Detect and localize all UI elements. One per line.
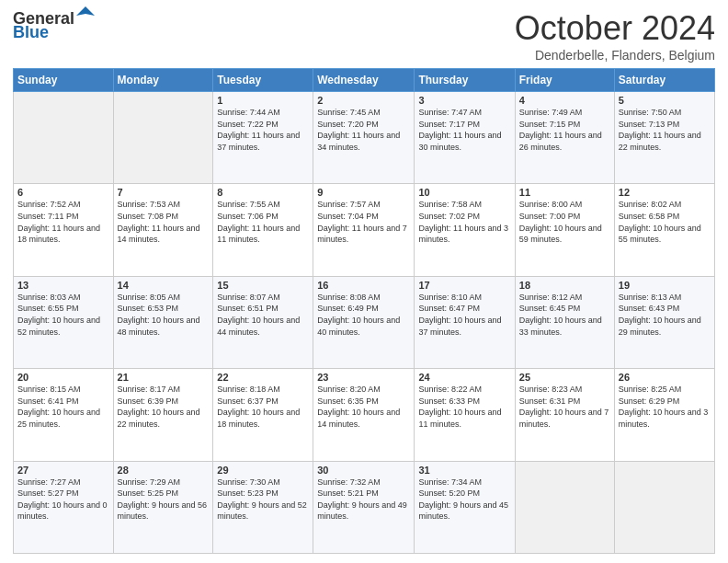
logo-icon [76,6,95,25]
day-info: Sunrise: 7:49 AMSunset: 7:15 PMDaylight:… [519,107,610,153]
page: General Blue October 2024 Denderbelle, F… [0,0,728,563]
day-number: 25 [519,372,610,383]
col-friday: Friday [515,69,614,92]
day-number: 17 [418,280,510,291]
calendar-week-row: 27Sunrise: 7:27 AMSunset: 5:27 PMDayligh… [14,461,715,553]
day-number: 7 [118,187,210,198]
table-row [113,92,213,184]
day-number: 10 [418,187,510,198]
day-info: Sunrise: 8:12 AMSunset: 6:45 PMDaylight:… [519,292,610,338]
header: General Blue October 2024 Denderbelle, F… [13,9,715,63]
day-number: 22 [217,372,309,383]
day-number: 30 [317,465,410,476]
table-row: 2Sunrise: 7:45 AMSunset: 7:20 PMDaylight… [313,92,415,184]
table-row: 16Sunrise: 8:08 AMSunset: 6:49 PMDayligh… [313,276,415,368]
table-row: 15Sunrise: 8:07 AMSunset: 6:51 PMDayligh… [213,276,313,368]
table-row: 17Sunrise: 8:10 AMSunset: 6:47 PMDayligh… [415,276,515,368]
day-number: 9 [317,187,410,198]
day-info: Sunrise: 8:08 AMSunset: 6:49 PMDaylight:… [317,292,410,338]
table-row: 13Sunrise: 8:03 AMSunset: 6:55 PMDayligh… [14,276,114,368]
day-info: Sunrise: 8:07 AMSunset: 6:51 PMDaylight:… [217,292,309,338]
day-info: Sunrise: 7:29 AMSunset: 5:25 PMDaylight:… [118,477,210,523]
title-block: October 2024 Denderbelle, Flanders, Belg… [515,9,715,63]
day-number: 6 [17,187,109,198]
table-row: 8Sunrise: 7:55 AMSunset: 7:06 PMDaylight… [213,184,313,276]
table-row: 4Sunrise: 7:49 AMSunset: 7:15 PMDaylight… [515,92,614,184]
col-tuesday: Tuesday [213,69,313,92]
table-row: 24Sunrise: 8:22 AMSunset: 6:33 PMDayligh… [415,369,515,461]
day-info: Sunrise: 8:13 AMSunset: 6:43 PMDaylight:… [619,292,711,338]
table-row: 6Sunrise: 7:52 AMSunset: 7:11 PMDaylight… [14,184,114,276]
day-number: 21 [118,372,210,383]
table-row: 21Sunrise: 8:17 AMSunset: 6:39 PMDayligh… [113,369,213,461]
table-row: 29Sunrise: 7:30 AMSunset: 5:23 PMDayligh… [213,461,313,553]
calendar-week-row: 13Sunrise: 8:03 AMSunset: 6:55 PMDayligh… [14,276,715,368]
day-info: Sunrise: 8:03 AMSunset: 6:55 PMDaylight:… [17,292,109,338]
location: Denderbelle, Flanders, Belgium [515,48,715,63]
day-info: Sunrise: 7:30 AMSunset: 5:23 PMDaylight:… [217,477,309,523]
day-number: 16 [317,280,410,291]
day-info: Sunrise: 8:18 AMSunset: 6:37 PMDaylight:… [217,384,309,430]
col-monday: Monday [113,69,213,92]
table-row: 14Sunrise: 8:05 AMSunset: 6:53 PMDayligh… [113,276,213,368]
day-info: Sunrise: 8:00 AMSunset: 7:00 PMDaylight:… [519,199,610,245]
day-number: 23 [317,372,410,383]
day-info: Sunrise: 7:32 AMSunset: 5:21 PMDaylight:… [317,477,410,523]
col-wednesday: Wednesday [313,69,415,92]
svg-marker-0 [76,6,95,16]
day-info: Sunrise: 7:53 AMSunset: 7:08 PMDaylight:… [118,199,210,245]
day-number: 18 [519,280,610,291]
table-row [14,92,114,184]
day-info: Sunrise: 8:23 AMSunset: 6:31 PMDaylight:… [519,384,610,430]
day-info: Sunrise: 7:50 AMSunset: 7:13 PMDaylight:… [619,107,711,153]
calendar-header-row: Sunday Monday Tuesday Wednesday Thursday… [14,69,715,92]
table-row: 26Sunrise: 8:25 AMSunset: 6:29 PMDayligh… [614,369,714,461]
day-info: Sunrise: 7:45 AMSunset: 7:20 PMDaylight:… [317,107,410,153]
table-row: 20Sunrise: 8:15 AMSunset: 6:41 PMDayligh… [14,369,114,461]
table-row: 23Sunrise: 8:20 AMSunset: 6:35 PMDayligh… [313,369,415,461]
day-info: Sunrise: 7:27 AMSunset: 5:27 PMDaylight:… [17,477,109,523]
table-row [614,461,714,553]
day-number: 8 [217,187,309,198]
col-saturday: Saturday [614,69,714,92]
table-row: 1Sunrise: 7:44 AMSunset: 7:22 PMDaylight… [213,92,313,184]
day-info: Sunrise: 7:57 AMSunset: 7:04 PMDaylight:… [317,199,410,245]
col-thursday: Thursday [415,69,515,92]
day-number: 24 [418,372,510,383]
day-info: Sunrise: 8:10 AMSunset: 6:47 PMDaylight:… [418,292,510,338]
calendar-table: Sunday Monday Tuesday Wednesday Thursday… [13,68,715,554]
day-number: 19 [619,280,711,291]
calendar-week-row: 1Sunrise: 7:44 AMSunset: 7:22 PMDaylight… [14,92,715,184]
calendar-week-row: 6Sunrise: 7:52 AMSunset: 7:11 PMDaylight… [14,184,715,276]
day-number: 5 [619,95,711,106]
day-number: 27 [17,465,109,476]
day-number: 29 [217,465,309,476]
table-row: 22Sunrise: 8:18 AMSunset: 6:37 PMDayligh… [213,369,313,461]
day-info: Sunrise: 7:55 AMSunset: 7:06 PMDaylight:… [217,199,309,245]
day-number: 3 [418,95,510,106]
table-row: 30Sunrise: 7:32 AMSunset: 5:21 PMDayligh… [313,461,415,553]
day-number: 31 [418,465,510,476]
day-info: Sunrise: 7:47 AMSunset: 7:17 PMDaylight:… [418,107,510,153]
day-info: Sunrise: 8:05 AMSunset: 6:53 PMDaylight:… [118,292,210,338]
table-row: 5Sunrise: 7:50 AMSunset: 7:13 PMDaylight… [614,92,714,184]
logo: General Blue [13,9,95,42]
day-info: Sunrise: 8:20 AMSunset: 6:35 PMDaylight:… [317,384,410,430]
day-info: Sunrise: 8:22 AMSunset: 6:33 PMDaylight:… [418,384,510,430]
table-row: 18Sunrise: 8:12 AMSunset: 6:45 PMDayligh… [515,276,614,368]
day-info: Sunrise: 8:17 AMSunset: 6:39 PMDaylight:… [118,384,210,430]
logo-text-blue: Blue [13,23,49,42]
table-row: 7Sunrise: 7:53 AMSunset: 7:08 PMDaylight… [113,184,213,276]
day-info: Sunrise: 8:25 AMSunset: 6:29 PMDaylight:… [619,384,711,430]
calendar-week-row: 20Sunrise: 8:15 AMSunset: 6:41 PMDayligh… [14,369,715,461]
table-row: 11Sunrise: 8:00 AMSunset: 7:00 PMDayligh… [515,184,614,276]
day-number: 13 [17,280,109,291]
day-number: 28 [118,465,210,476]
table-row: 25Sunrise: 8:23 AMSunset: 6:31 PMDayligh… [515,369,614,461]
table-row: 3Sunrise: 7:47 AMSunset: 7:17 PMDaylight… [415,92,515,184]
col-sunday: Sunday [14,69,114,92]
table-row: 28Sunrise: 7:29 AMSunset: 5:25 PMDayligh… [113,461,213,553]
table-row: 19Sunrise: 8:13 AMSunset: 6:43 PMDayligh… [614,276,714,368]
day-info: Sunrise: 7:52 AMSunset: 7:11 PMDaylight:… [17,199,109,245]
table-row: 12Sunrise: 8:02 AMSunset: 6:58 PMDayligh… [614,184,714,276]
